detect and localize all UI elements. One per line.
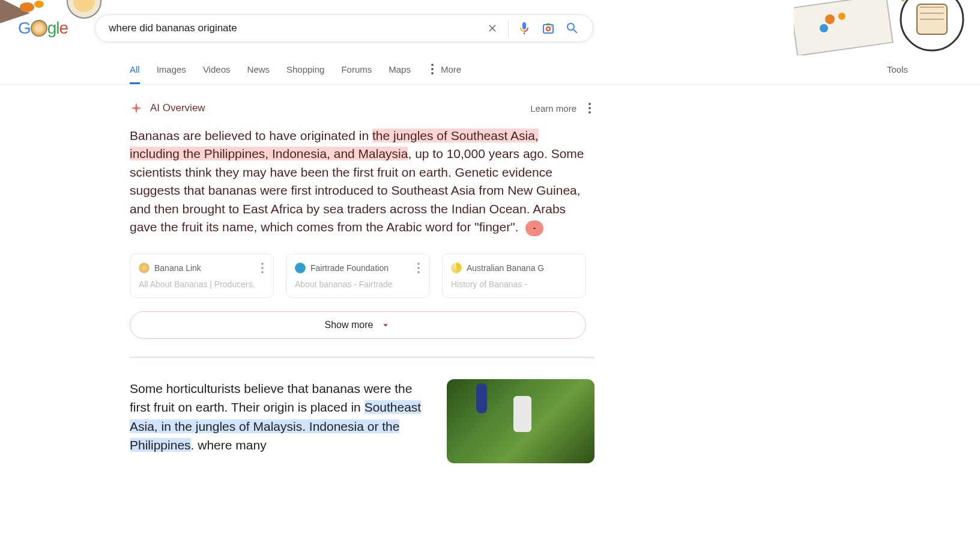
show-more-button[interactable]: Show more	[130, 311, 586, 339]
image-search-icon[interactable]	[536, 16, 560, 40]
tab-forums[interactable]: Forums	[341, 55, 372, 84]
ai-overview-header: AI Overview Learn more	[130, 102, 594, 115]
snippet-post: . where many	[191, 438, 267, 452]
clear-icon[interactable]	[480, 16, 504, 40]
source-card[interactable]: Fairtrade Foundation About bananas - Fai…	[286, 254, 430, 298]
svg-rect-16	[546, 23, 550, 25]
tab-images[interactable]: Images	[157, 55, 186, 84]
ai-overview-title: AI Overview	[150, 102, 205, 114]
voice-search-icon[interactable]	[512, 16, 536, 40]
ai-overview-text: Bananas are believed to have originated …	[130, 127, 586, 237]
featured-snippet-text: Some horticulturists believe that banana…	[130, 379, 423, 463]
chevron-down-icon	[380, 320, 391, 330]
tab-shopping[interactable]: Shopping	[286, 55, 324, 84]
google-logo[interactable]: Ggle	[18, 19, 68, 38]
favicon-icon	[451, 263, 462, 273]
tab-more[interactable]: More	[428, 54, 461, 84]
favicon-icon	[139, 263, 150, 273]
source-subtitle: All About Bananas | Producers,	[139, 279, 265, 289]
svg-rect-4	[794, 0, 893, 55]
tab-news[interactable]: News	[247, 55, 270, 84]
source-subtitle: History of Bananas -	[451, 279, 577, 289]
source-card[interactable]: Banana Link All About Bananas | Producer…	[130, 254, 274, 298]
svg-point-3	[34, 1, 44, 8]
source-subtitle: About bananas - Fairtrade	[295, 279, 421, 289]
source-name: Australian Banana G	[467, 263, 544, 273]
sparkle-icon	[130, 102, 143, 115]
collapse-button[interactable]	[525, 221, 543, 236]
tab-maps[interactable]: Maps	[389, 55, 411, 84]
tab-all[interactable]: All	[130, 55, 140, 84]
source-menu-icon[interactable]	[414, 263, 423, 273]
search-icon[interactable]	[560, 16, 584, 40]
svg-point-15	[551, 26, 552, 28]
featured-snippet-image[interactable]	[447, 379, 594, 463]
separator	[508, 20, 509, 37]
tab-more-label: More	[441, 64, 461, 75]
section-divider	[130, 357, 594, 358]
featured-snippet: Some horticulturists believe that banana…	[130, 379, 594, 463]
svg-point-6	[838, 13, 845, 20]
search-tabs: All Images Videos News Shopping Forums M…	[0, 54, 980, 84]
favicon-icon	[295, 263, 306, 273]
svg-point-7	[820, 24, 828, 32]
svg-point-14	[546, 27, 550, 31]
ai-text-pre: Bananas are believed to have originated …	[130, 129, 372, 142]
ai-sources-row: Banana Link All About Bananas | Producer…	[130, 254, 586, 298]
svg-point-5	[825, 14, 835, 24]
doodle-o-icon	[31, 20, 47, 37]
show-more-label: Show more	[325, 320, 374, 330]
source-name: Fairtrade Foundation	[310, 263, 389, 273]
learn-more-link[interactable]: Learn more	[530, 103, 576, 114]
source-name: Banana Link	[154, 263, 201, 273]
ai-overview-menu-icon[interactable]	[585, 103, 594, 114]
source-menu-icon[interactable]	[258, 263, 267, 273]
search-input[interactable]	[104, 22, 480, 34]
source-card[interactable]: Australian Banana G History of Bananas -	[442, 254, 586, 298]
doodle-decoration-right	[794, 0, 980, 55]
search-box[interactable]	[95, 14, 593, 42]
tab-videos[interactable]: Videos	[203, 55, 231, 84]
more-dots-icon	[428, 64, 437, 75]
svg-point-2	[20, 2, 34, 12]
tools-button[interactable]: Tools	[887, 55, 908, 84]
